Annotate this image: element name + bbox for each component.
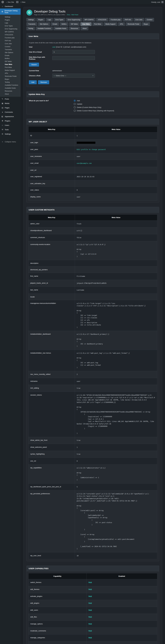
sidebar-submenu-item[interactable]: Error Types bbox=[0, 24, 21, 28]
tab[interactable]: Media Support bbox=[104, 22, 117, 26]
radio-option[interactable]: Delete (Custom Meta Keys Only) bbox=[74, 106, 114, 108]
tab[interactable]: Settings bbox=[27, 18, 36, 22]
tab[interactable]: Site Options bbox=[38, 22, 50, 26]
tab[interactable]: Available Functions bbox=[36, 27, 53, 30]
search-button[interactable]: Search bbox=[29, 62, 39, 66]
sidebar-submenu-item[interactable]: HTACCESS bbox=[0, 33, 21, 36]
sidebar-item[interactable]: ▤ Pages bbox=[0, 106, 21, 110]
tab[interactable]: Buffers bbox=[60, 22, 68, 26]
sidebar-submenu-item[interactable]: Post Meta bbox=[0, 66, 21, 69]
table-row: user_login redacted bbox=[29, 139, 157, 146]
sidebar-submenu-item[interactable]: Crontrol bbox=[0, 45, 21, 48]
sidebar-submenu-item[interactable]: Testing bbox=[0, 81, 21, 84]
current-role-value: administrator bbox=[52, 70, 95, 72]
tab[interactable]: Transients bbox=[27, 22, 37, 26]
sidebar-submenu-item[interactable]: Site Options bbox=[0, 51, 21, 54]
meta-value-cell: a:1:{s:64:"8f3d2c1b7a6e5d4c3b2a190807060… bbox=[75, 392, 157, 437]
tab[interactable]: Functions.php bbox=[109, 18, 122, 22]
tab[interactable]: Available Hooks bbox=[54, 27, 68, 30]
sidebar-submenu-item[interactable]: PHP Info bbox=[0, 39, 21, 42]
sidebar-submenu-item[interactable]: About bbox=[0, 92, 21, 96]
sidebar-submenu-item[interactable]: Settings bbox=[0, 16, 21, 18]
tab[interactable]: Post Meta bbox=[92, 22, 103, 26]
tab[interactable]: Plugins bbox=[36, 18, 45, 22]
radio-option[interactable]: Delete Custom Meta Keys (Starting with K… bbox=[74, 110, 114, 112]
sidebar-submenu-item[interactable]: Functions.php bbox=[0, 36, 21, 39]
tab[interactable]: DB Tables bbox=[69, 22, 80, 26]
tab[interactable]: Resources bbox=[69, 27, 80, 30]
remove-role-button[interactable]: Remove bbox=[38, 80, 49, 84]
sidebar-item[interactable]: ☺ Users bbox=[0, 123, 21, 128]
sidebar-item[interactable]: ✎ Posts bbox=[0, 97, 21, 101]
sidebar-submenu-item[interactable]: Cron Jobs bbox=[0, 42, 21, 45]
tab[interactable]: HTACCESS bbox=[96, 18, 108, 22]
menu-item-icon: ▤ bbox=[1, 107, 4, 109]
tab[interactable]: Logs bbox=[46, 18, 53, 22]
sidebar-submenu-item[interactable]: WP-CONFIG bbox=[0, 30, 21, 33]
menu-item-icon: ⚙ bbox=[1, 133, 4, 135]
howdy-label[interactable]: Howdy, user bbox=[151, 1, 160, 3]
sidebar-submenu-item[interactable]: Resources bbox=[0, 90, 21, 92]
sidebar-item[interactable]: ▣ Media bbox=[0, 101, 21, 106]
tab[interactable]: Shortcode Finder bbox=[126, 22, 141, 26]
header-link[interactable]: Docs bbox=[67, 14, 70, 16]
sidebar-submenu-item[interactable]: Emails bbox=[0, 54, 21, 57]
sidebar-submenu-item[interactable]: Available Hooks bbox=[0, 87, 21, 90]
tab[interactable]: Crontrol bbox=[145, 18, 154, 22]
sidebar-item[interactable]: ● Comments bbox=[0, 110, 21, 114]
meta-key-cell: user_activation_key bbox=[29, 180, 75, 187]
sidebar-item-dashboard[interactable]: ⌂ Dashboard bbox=[0, 4, 21, 8]
radio-option[interactable]: Update bbox=[74, 103, 114, 105]
tab[interactable]: APIs bbox=[118, 22, 125, 26]
sidebar-item[interactable]: ⚙ Settings bbox=[0, 132, 21, 136]
prefix-filter-input[interactable] bbox=[52, 56, 95, 60]
user-profile-link[interactable]: user bbox=[52, 46, 56, 48]
sidebar-submenu-item[interactable]: Error Suppressing bbox=[0, 28, 21, 30]
meta-key-cell: user_nicename bbox=[29, 153, 75, 160]
meta-key-cell: show_welcome_panel bbox=[29, 444, 75, 451]
sidebar-item-developer-debug-tools[interactable]: ⚙ Developer Debug Tools bbox=[0, 8, 21, 15]
radio-option[interactable]: Add bbox=[74, 100, 114, 102]
tab[interactable]: Emails bbox=[51, 22, 59, 26]
table-row: comment_shortcuts false bbox=[29, 234, 157, 241]
sidebar-submenu-item[interactable]: Plugins bbox=[0, 18, 21, 22]
sidebar-submenu-item[interactable]: Buffers bbox=[0, 57, 21, 60]
header-link[interactable]: Hide Panel bbox=[71, 14, 78, 16]
sidebar-submenu-item[interactable]: Shortcode Finder bbox=[0, 75, 21, 78]
tab[interactable]: Testing bbox=[27, 27, 35, 30]
collapse-menu-button[interactable]: « Collapse menu bbox=[0, 140, 21, 144]
sidebar-submenu-item[interactable]: Transients bbox=[0, 48, 21, 51]
sidebar-submenu-item[interactable]: DB Tables bbox=[0, 60, 21, 63]
sidebar-submenu-item[interactable]: Bogus bbox=[0, 78, 21, 81]
sidebar-item[interactable]: ✚ Plugins bbox=[0, 118, 21, 123]
radio-icon bbox=[74, 106, 76, 108]
tab[interactable]: User Meta bbox=[80, 22, 91, 26]
tab[interactable]: Error Suppressing bbox=[66, 18, 82, 22]
sidebar-submenu-item[interactable]: APIs bbox=[0, 72, 21, 75]
sidebar-item[interactable]: ◧ Appearance bbox=[0, 114, 21, 118]
sidebar-item[interactable]: ⚒ Tools bbox=[0, 128, 21, 132]
wp-logo-menu[interactable]: W bbox=[2, 1, 4, 3]
tab[interactable]: PHP Info bbox=[123, 18, 133, 22]
new-content-button[interactable]: + New bbox=[21, 1, 25, 3]
sidebar-submenu-item[interactable]: Logs bbox=[0, 22, 21, 24]
capability-cell: edit_files bbox=[29, 614, 86, 621]
tab[interactable]: Bogus bbox=[142, 22, 150, 26]
meta-value-cell: 1 bbox=[75, 132, 157, 139]
comments-indicator[interactable]: 0 bbox=[16, 1, 19, 3]
section-title: USER CUSTOM METADATA bbox=[27, 207, 159, 213]
tab[interactable]: WP-CONFIG bbox=[83, 18, 95, 22]
true-value: TRUE bbox=[88, 623, 92, 625]
meta-value-cell: true bbox=[75, 385, 157, 392]
sidebar-submenu-item[interactable]: Media Support bbox=[0, 69, 21, 72]
role-select[interactable]: — Select One — ▼ bbox=[52, 74, 95, 78]
tab[interactable]: About bbox=[81, 27, 88, 30]
tab[interactable]: Cron Jobs bbox=[133, 18, 144, 22]
site-name-link[interactable]: ⌂ Dev Site bbox=[6, 1, 14, 3]
user-avatar[interactable] bbox=[161, 1, 163, 3]
user-id-input[interactable] bbox=[52, 50, 95, 54]
add-role-button[interactable]: Add bbox=[29, 80, 37, 84]
sidebar-submenu-item[interactable]: Available Functions bbox=[0, 84, 21, 87]
sidebar-submenu-item[interactable]: User Meta bbox=[0, 63, 21, 66]
tab[interactable]: Error Types bbox=[54, 18, 65, 22]
